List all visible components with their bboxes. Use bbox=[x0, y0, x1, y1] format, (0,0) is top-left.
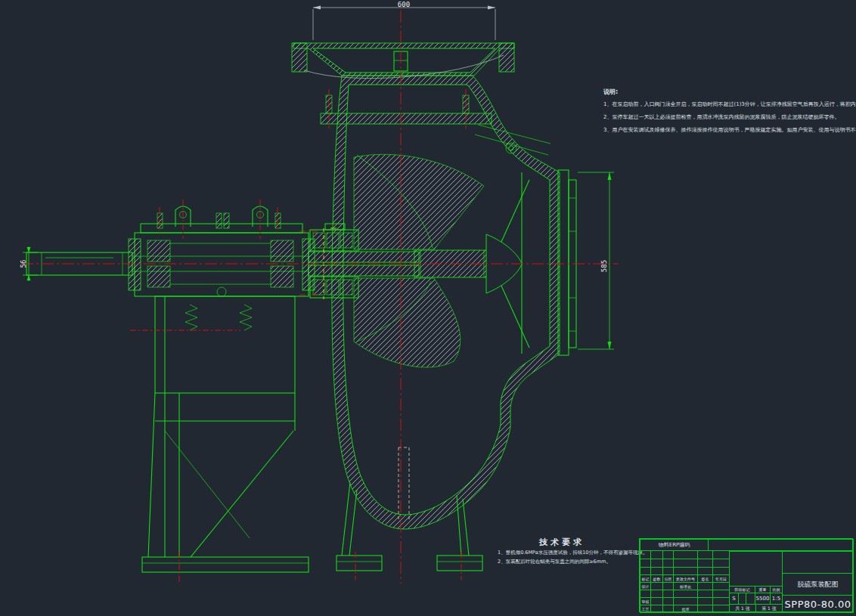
suction-flange bbox=[558, 170, 576, 355]
erp-code-label: 物料ERP编码 bbox=[640, 539, 709, 551]
company-cell bbox=[782, 551, 854, 574]
signature-grid: 标记 处数 分区 更改文件号 签名 年月日 设计 标准化 审核 工艺 bbox=[640, 575, 730, 613]
signature-cell bbox=[640, 590, 651, 598]
revision-cell bbox=[674, 559, 698, 568]
revision-col-signature: 签名 bbox=[698, 575, 713, 583]
material-cell bbox=[729, 551, 783, 587]
signature-cell bbox=[698, 598, 713, 605]
dimension-right-text: 585 bbox=[600, 260, 608, 272]
tech-requirement-2: 2、泵装配后叶轮在蜗壳与泵盖之间的间隙≥6mm。 bbox=[498, 557, 647, 566]
revision-cell bbox=[713, 551, 730, 559]
notes-block: 说明: 1、在泵启动前，入口阀门须全开启，泵启动时间不超过(1)3分钟，让泵排净… bbox=[603, 88, 856, 137]
revision-cell bbox=[640, 551, 651, 559]
revision-cell bbox=[651, 559, 663, 568]
top-inlet-funnel bbox=[292, 43, 514, 79]
adjusting-springs bbox=[185, 305, 252, 330]
role-standardization-label: 标准化 bbox=[674, 583, 698, 590]
drawing-title: 脱硫泵装配图 bbox=[782, 573, 854, 596]
revision-cell bbox=[713, 568, 730, 575]
signature-cell bbox=[663, 598, 674, 605]
revision-col-zone: 分区 bbox=[663, 575, 674, 583]
revision-cell bbox=[663, 559, 674, 568]
signature-cell bbox=[713, 583, 730, 590]
signature-cell bbox=[651, 598, 663, 605]
cad-viewport[interactable]: 600 585 56 说明: 1、在泵启动前，入口阀门须全开启，泵启动时间不超过… bbox=[0, 0, 856, 616]
signature-cell bbox=[651, 583, 663, 590]
signature-cell bbox=[713, 590, 730, 598]
note-line-2: 2、泵停车超过一天以上必须提前检查，用清水冲洗泵内残留的泥浆腐蚀质，防止泥浆结硬… bbox=[603, 111, 856, 124]
sheet-number: 第 1 张 bbox=[755, 604, 783, 613]
signature-cell bbox=[651, 590, 663, 598]
revision-cell bbox=[674, 568, 698, 575]
role-approval-label: 批准 bbox=[674, 605, 698, 613]
role-check-label: 审核 bbox=[640, 598, 651, 605]
tech-requirement-1: 1、整机做0.6MPa水压强度试验，持续10分钟，不得有渗漏等现象。 bbox=[498, 548, 647, 557]
tech-requirements-title: 技术要求 bbox=[498, 537, 626, 548]
revision-col-count: 处数 bbox=[651, 575, 663, 583]
signature-cell bbox=[698, 605, 713, 613]
revision-cell bbox=[713, 559, 730, 568]
revision-cell bbox=[651, 551, 663, 559]
signature-cell bbox=[663, 583, 674, 590]
signature-cell bbox=[674, 598, 698, 605]
revision-cell bbox=[698, 551, 713, 559]
sheet-total: 共 1 张 bbox=[729, 604, 756, 613]
title-block: 物料ERP编码 标记 处数 分区 更改文件号 签名 年月日 设计 标准化 bbox=[639, 538, 853, 612]
role-design-label: 设计 bbox=[640, 583, 651, 590]
signature-cell bbox=[674, 590, 698, 598]
revision-cell bbox=[640, 559, 651, 568]
signature-cell bbox=[713, 605, 730, 613]
signature-cell bbox=[698, 590, 713, 598]
signature-cell bbox=[663, 590, 674, 598]
revision-col-date: 年月日 bbox=[713, 575, 730, 583]
scale-value: 1:5 bbox=[770, 593, 783, 605]
signature-cell bbox=[698, 583, 713, 590]
revision-col-mark: 标记 bbox=[640, 575, 651, 583]
revision-cell bbox=[640, 568, 651, 575]
dimension-top-text: 600 bbox=[398, 1, 410, 8]
role-process-label: 工艺 bbox=[640, 605, 651, 613]
drawing-number: SPP80-80.00 bbox=[782, 595, 854, 613]
signature-cell bbox=[663, 605, 674, 613]
signature-cell bbox=[713, 598, 730, 605]
revision-cell bbox=[698, 568, 713, 575]
revision-col-docno: 更改文件号 bbox=[674, 575, 698, 583]
bearing-housing bbox=[129, 200, 315, 296]
support-pedestal bbox=[142, 296, 309, 582]
notes-title: 说明: bbox=[603, 88, 856, 96]
dimension-left-text: 56 bbox=[20, 260, 27, 268]
dimension-top: 600 bbox=[313, 1, 495, 40]
weight-value: 5500 bbox=[755, 593, 771, 605]
note-line-3: 3、用户在安装调试及维修保养、操作须按操作使用说明书，严格按规定实施。如用户安装… bbox=[603, 124, 856, 137]
dimension-left: 56 bbox=[20, 246, 38, 281]
revision-cell bbox=[674, 551, 698, 559]
signature-cell bbox=[651, 605, 663, 613]
revision-cell bbox=[663, 551, 674, 559]
revision-cell bbox=[651, 568, 663, 575]
erp-code-value-cell bbox=[708, 539, 854, 551]
dimension-right: 585 bbox=[578, 172, 614, 349]
note-line-1: 1、在泵启动前，入口阀门须全开启，泵启动时间不超过(1)3分钟，让泵排净残留空气… bbox=[603, 98, 856, 111]
tech-requirements-block: 技术要求 1、整机做0.6MPa水压强度试验，持续10分钟，不得有渗漏等现象。 … bbox=[498, 537, 647, 566]
revision-record-grid bbox=[640, 551, 730, 575]
revision-cell bbox=[698, 559, 713, 568]
revision-cell bbox=[663, 568, 674, 575]
